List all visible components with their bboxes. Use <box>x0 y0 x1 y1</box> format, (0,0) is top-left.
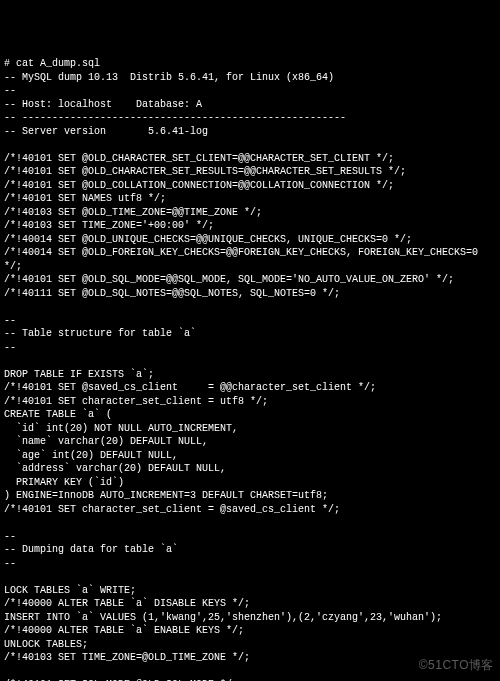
terminal-line: PRIMARY KEY (`id`) <box>4 476 496 490</box>
terminal-line: /*!40000 ALTER TABLE `a` DISABLE KEYS */… <box>4 597 496 611</box>
terminal-line: /*!40101 SET @OLD_SQL_MODE=@@SQL_MODE, S… <box>4 273 496 287</box>
terminal-line <box>4 138 496 152</box>
terminal-line: -- Host: localhost Database: A <box>4 98 496 112</box>
terminal-line: -- Table structure for table `a` <box>4 327 496 341</box>
terminal-line: -- Dumping data for table `a` <box>4 543 496 557</box>
terminal-line <box>4 300 496 314</box>
terminal-line: LOCK TABLES `a` WRITE; <box>4 584 496 598</box>
terminal-line: /*!40111 SET @OLD_SQL_NOTES=@@SQL_NOTES,… <box>4 287 496 301</box>
terminal-line: -- -------------------------------------… <box>4 111 496 125</box>
terminal-line: /*!40101 SET character_set_client = utf8… <box>4 395 496 409</box>
terminal-line: `name` varchar(20) DEFAULT NULL, <box>4 435 496 449</box>
terminal-line <box>4 570 496 584</box>
terminal-line: DROP TABLE IF EXISTS `a`; <box>4 368 496 382</box>
terminal-output: # cat A_dump.sql-- MySQL dump 10.13 Dist… <box>4 57 496 681</box>
terminal-line: /*!40101 SET @saved_cs_client = @@charac… <box>4 381 496 395</box>
terminal-line: /*!40014 SET @OLD_UNIQUE_CHECKS=@@UNIQUE… <box>4 233 496 247</box>
terminal-line: -- <box>4 84 496 98</box>
terminal-line: `id` int(20) NOT NULL AUTO_INCREMENT, <box>4 422 496 436</box>
terminal-line: CREATE TABLE `a` ( <box>4 408 496 422</box>
terminal-line: # cat A_dump.sql <box>4 57 496 71</box>
terminal-line: /*!40000 ALTER TABLE `a` ENABLE KEYS */; <box>4 624 496 638</box>
terminal-line: UNLOCK TABLES; <box>4 638 496 652</box>
terminal-line: /*!40101 SET @OLD_CHARACTER_SET_RESULTS=… <box>4 165 496 179</box>
terminal-line <box>4 354 496 368</box>
terminal-line: /*!40103 SET TIME_ZONE='+00:00' */; <box>4 219 496 233</box>
terminal-line: /*!40014 SET @OLD_FOREIGN_KEY_CHECKS=@@F… <box>4 246 496 273</box>
terminal-line: /*!40101 SET @OLD_CHARACTER_SET_CLIENT=@… <box>4 152 496 166</box>
terminal-line: `age` int(20) DEFAULT NULL, <box>4 449 496 463</box>
terminal-line: -- <box>4 314 496 328</box>
terminal-line: ) ENGINE=InnoDB AUTO_INCREMENT=3 DEFAULT… <box>4 489 496 503</box>
terminal-line: /*!40101 SET @OLD_COLLATION_CONNECTION=@… <box>4 179 496 193</box>
terminal-line: /*!40101 SET character_set_client = @sav… <box>4 503 496 517</box>
terminal-line: /*!40103 SET @OLD_TIME_ZONE=@@TIME_ZONE … <box>4 206 496 220</box>
terminal-line: INSERT INTO `a` VALUES (1,'kwang',25,'sh… <box>4 611 496 625</box>
terminal-line: /*!40101 SET NAMES utf8 */; <box>4 192 496 206</box>
terminal-line: -- <box>4 341 496 355</box>
terminal-line: -- Server version 5.6.41-log <box>4 125 496 139</box>
terminal-line: `address` varchar(20) DEFAULT NULL, <box>4 462 496 476</box>
terminal-line <box>4 516 496 530</box>
terminal-line: -- MySQL dump 10.13 Distrib 5.6.41, for … <box>4 71 496 85</box>
terminal-line: -- <box>4 530 496 544</box>
watermark-label: ©51CTO博客 <box>419 657 494 673</box>
terminal-line: -- <box>4 557 496 571</box>
